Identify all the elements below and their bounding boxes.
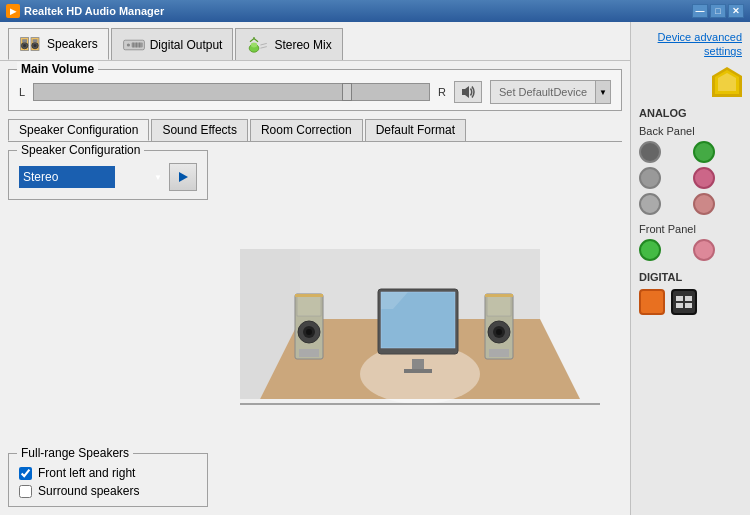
digital-connector-orange[interactable] bbox=[639, 289, 665, 315]
realtek-logo-svg bbox=[712, 67, 742, 97]
realtek-logo bbox=[639, 67, 742, 97]
right-panel: Device advanced settings ANALOG Back Pan… bbox=[630, 22, 750, 515]
svg-line-18 bbox=[261, 46, 267, 48]
full-range-group-label: Full-range Speakers bbox=[17, 446, 133, 460]
tab-room-correction-label: Room Correction bbox=[261, 123, 352, 137]
tab-default-format[interactable]: Default Format bbox=[365, 119, 466, 141]
tab-digital-output[interactable]: Digital Output bbox=[111, 28, 234, 60]
connector-2-green[interactable] bbox=[693, 141, 715, 163]
main-container: Speakers Digital Output bbox=[0, 22, 750, 515]
left-controls: Speaker Configuration Stereo Quadraphoni… bbox=[8, 150, 218, 507]
config-select-row: Stereo Quadraphonic 5.1 Surround 7.1 Sur… bbox=[19, 163, 197, 191]
device-advanced-link[interactable]: Device advanced settings bbox=[639, 30, 742, 59]
connector-5[interactable] bbox=[639, 193, 661, 215]
config-select-wrapper[interactable]: Stereo Quadraphonic 5.1 Surround 7.1 Sur… bbox=[19, 166, 165, 188]
svg-point-15 bbox=[251, 42, 257, 47]
svg-rect-50 bbox=[685, 296, 692, 301]
tab-stereo-mix-label: Stereo Mix bbox=[274, 38, 331, 52]
svg-marker-19 bbox=[462, 86, 469, 98]
surround-label[interactable]: Surround speakers bbox=[38, 484, 139, 498]
main-volume-group: Main Volume L R Set Default bbox=[8, 69, 622, 111]
speakers-icon bbox=[19, 34, 43, 54]
volume-group-label: Main Volume bbox=[17, 62, 98, 76]
back-panel-connectors bbox=[639, 141, 742, 215]
app-icon: ▶ bbox=[6, 4, 20, 18]
stereo-mix-icon bbox=[246, 35, 270, 55]
svg-rect-31 bbox=[295, 294, 323, 297]
speaker-config-select[interactable]: Stereo Quadraphonic 5.1 Surround 7.1 Sur… bbox=[19, 166, 115, 188]
tab-speakers-label: Speakers bbox=[47, 37, 98, 51]
tab-sound-effects-label: Sound Effects bbox=[162, 123, 237, 137]
surround-row: Surround speakers bbox=[19, 484, 197, 498]
inner-tabs: Speaker Configuration Sound Effects Room… bbox=[8, 119, 622, 142]
svg-rect-52 bbox=[685, 303, 692, 308]
svg-rect-40 bbox=[404, 369, 432, 373]
analog-label: ANALOG bbox=[639, 107, 742, 119]
tab-speakers[interactable]: Speakers bbox=[8, 28, 109, 60]
tab-digital-output-label: Digital Output bbox=[150, 38, 223, 52]
l-label: L bbox=[19, 86, 25, 98]
tab-speaker-config-label: Speaker Configuration bbox=[19, 123, 138, 137]
tab-stereo-mix[interactable]: Stereo Mix bbox=[235, 28, 342, 60]
svg-rect-3 bbox=[22, 39, 27, 42]
front-lr-label[interactable]: Front left and right bbox=[38, 466, 135, 480]
surround-checkbox[interactable] bbox=[19, 485, 32, 498]
tab-room-correction[interactable]: Room Correction bbox=[250, 119, 363, 141]
set-default-label[interactable]: Set Default Device bbox=[490, 80, 595, 104]
app-title: Realtek HD Audio Manager bbox=[24, 5, 164, 17]
test-audio-button[interactable] bbox=[169, 163, 197, 191]
svg-point-29 bbox=[306, 329, 312, 335]
digital-connector-black[interactable] bbox=[671, 289, 697, 315]
svg-line-17 bbox=[261, 43, 267, 45]
front-connector-pink[interactable] bbox=[693, 239, 715, 261]
back-panel-label: Back Panel bbox=[639, 125, 742, 137]
svg-point-9 bbox=[127, 43, 130, 46]
svg-rect-7 bbox=[33, 39, 38, 42]
svg-rect-49 bbox=[676, 296, 683, 301]
connector-4[interactable] bbox=[693, 167, 715, 189]
front-panel-connectors bbox=[639, 239, 742, 261]
front-connector-green[interactable] bbox=[639, 239, 661, 261]
svg-rect-33 bbox=[487, 296, 511, 316]
speaker-config-group: Speaker Configuration Stereo Quadraphoni… bbox=[8, 150, 208, 200]
tab-sound-effects[interactable]: Sound Effects bbox=[151, 119, 248, 141]
content-area: Main Volume L R Set Default bbox=[0, 61, 630, 515]
svg-rect-38 bbox=[485, 294, 513, 297]
close-button[interactable]: ✕ bbox=[728, 4, 744, 18]
set-default-dropdown[interactable]: ▼ bbox=[595, 80, 611, 104]
room-svg bbox=[230, 219, 610, 439]
device-advanced-text: Device advanced settings bbox=[658, 31, 742, 57]
front-panel-label: Front Panel bbox=[639, 223, 742, 235]
tab-speaker-configuration[interactable]: Speaker Configuration bbox=[8, 119, 149, 141]
connector-6[interactable] bbox=[693, 193, 715, 215]
play-icon bbox=[176, 170, 190, 184]
mute-button[interactable] bbox=[454, 81, 482, 103]
svg-rect-51 bbox=[676, 303, 683, 308]
title-bar: ▶ Realtek HD Audio Manager — □ ✕ bbox=[0, 0, 750, 22]
window-controls: — □ ✕ bbox=[692, 4, 744, 18]
volume-slider[interactable] bbox=[33, 83, 430, 101]
minimize-button[interactable]: — bbox=[692, 4, 708, 18]
set-default-button[interactable]: Set Default Device ▼ bbox=[490, 80, 611, 104]
window-icon bbox=[675, 295, 693, 309]
digital-output-icon bbox=[122, 35, 146, 55]
device-text: Device bbox=[553, 86, 587, 98]
digital-connectors bbox=[639, 289, 742, 315]
set-default-text: Set Default bbox=[499, 86, 553, 98]
front-lr-checkbox[interactable] bbox=[19, 467, 32, 480]
svg-point-36 bbox=[496, 329, 502, 335]
maximize-button[interactable]: □ bbox=[710, 4, 726, 18]
tab-default-format-label: Default Format bbox=[376, 123, 455, 137]
device-tabs: Speakers Digital Output bbox=[0, 22, 630, 61]
full-range-group: Full-range Speakers Front left and right… bbox=[8, 453, 208, 507]
digital-label: DIGITAL bbox=[639, 271, 742, 283]
svg-point-6 bbox=[33, 44, 36, 47]
svg-rect-30 bbox=[299, 349, 319, 357]
volume-row: L R Set Default Device bbox=[19, 80, 611, 104]
svg-point-2 bbox=[23, 44, 26, 47]
left-panel: Speakers Digital Output bbox=[0, 22, 630, 515]
speaker-config-group-label: Speaker Configuration bbox=[17, 143, 144, 157]
front-lr-row: Front left and right bbox=[19, 466, 197, 480]
connector-3[interactable] bbox=[639, 167, 661, 189]
connector-1[interactable] bbox=[639, 141, 661, 163]
